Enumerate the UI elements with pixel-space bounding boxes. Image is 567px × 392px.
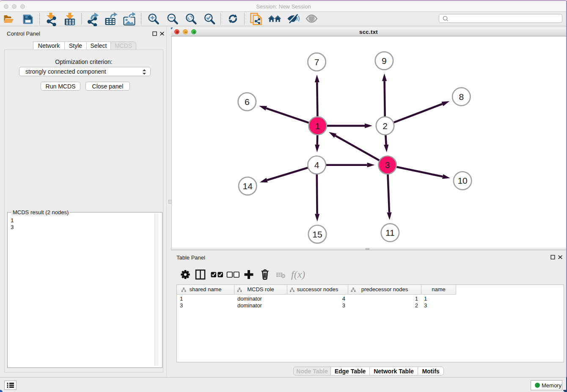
svg-text:8: 8 — [459, 92, 464, 102]
svg-text:4: 4 — [314, 160, 319, 170]
svg-text:14: 14 — [243, 181, 253, 191]
svg-text:f(x): f(x) — [291, 269, 305, 280]
svg-text:10: 10 — [457, 176, 467, 185]
svg-text:15: 15 — [312, 229, 322, 239]
svg-text:6: 6 — [245, 97, 250, 107]
svg-text:7: 7 — [314, 57, 319, 67]
svg-text:2: 2 — [383, 121, 388, 131]
svg-text:3: 3 — [385, 160, 390, 170]
svg-text:1: 1 — [315, 121, 320, 131]
svg-text:11: 11 — [385, 228, 395, 237]
svg-text:9: 9 — [382, 56, 387, 66]
